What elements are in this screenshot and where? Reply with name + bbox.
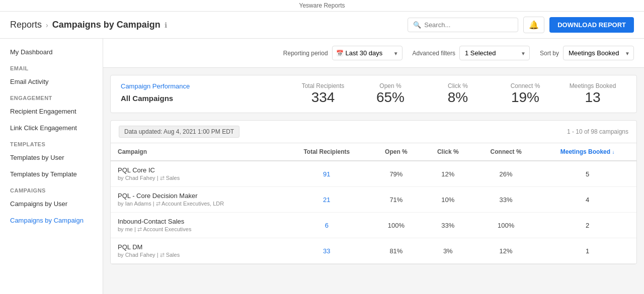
- campaign-meta-3: by Chad Fahey | ⇄ Sales: [118, 252, 276, 258]
- summary-col-meetings-val: 13: [559, 89, 626, 106]
- advanced-filters-group: Advanced filters 1 Selected ▼: [413, 46, 530, 60]
- summary-name: All Campaigns: [121, 94, 289, 103]
- pagination-info: 1 - 10 of 98 campaigns: [567, 128, 628, 135]
- campaign-meta-2: by me | ⇄ Account Executives: [118, 226, 276, 233]
- breadcrumb-chevron: ›: [46, 21, 48, 29]
- click-pct-0: 12%: [423, 161, 473, 187]
- campaign-name-0: PQL Core IC: [118, 166, 276, 174]
- header-right: 🔍 🔔 DOWNLOAD REPORT: [408, 17, 634, 33]
- click-pct-1: 10%: [423, 187, 473, 213]
- summary-col-connect-label: Connect %: [492, 82, 559, 89]
- sort-arrow: ↓: [612, 149, 614, 155]
- summary-col-click-val: 8%: [424, 89, 492, 106]
- campaign-meta-1: by Ian Adams | ⇄ Account Executives, LDR: [118, 201, 276, 207]
- sidebar: My Dashboard EMAILEmail ActivityENGAGEME…: [0, 39, 103, 294]
- open-pct-0: 79%: [370, 161, 422, 187]
- col-connect-pct: Connect %: [473, 143, 538, 161]
- sidebar-section-engagement: ENGAGEMENT: [0, 90, 103, 103]
- data-updated-badge: Data updated: Aug 4, 2021 1:00 PM EDT: [119, 126, 239, 138]
- table-row: Inbound-Contact Sales by me | ⇄ Account …: [111, 213, 636, 238]
- sidebar-item-templates-by-user[interactable]: Templates by User: [0, 149, 103, 166]
- meetings-booked-1: 4: [538, 187, 636, 213]
- campaign-cell-2: Inbound-Contact Sales by me | ⇄ Account …: [111, 213, 283, 238]
- data-table-section: Data updated: Aug 4, 2021 1:00 PM EDT 1 …: [110, 120, 637, 264]
- advanced-filters-select-wrapper[interactable]: 1 Selected ▼: [459, 46, 530, 60]
- sidebar-item-recipient-engagement[interactable]: Recipient Engagement: [0, 103, 103, 120]
- sidebar-item-link-click-engagement[interactable]: Link Click Engagement: [0, 120, 103, 136]
- click-pct-2: 33%: [423, 213, 473, 238]
- col-click-pct: Click %: [423, 143, 473, 161]
- meetings-booked-3: 1: [538, 238, 636, 264]
- meetings-booked-2: 2: [538, 213, 636, 238]
- summary-col-meetings-label: Meetings Booked: [559, 82, 626, 89]
- col-meetings-booked[interactable]: Meetings Booked ↓: [538, 143, 636, 161]
- connect-pct-0: 26%: [473, 161, 538, 187]
- breadcrumb-link[interactable]: Reports: [10, 20, 42, 30]
- sidebar-section-campaigns: CAMPAIGNS: [0, 182, 103, 195]
- search-icon: 🔍: [413, 21, 421, 29]
- sidebar-item-campaigns-by-user[interactable]: Campaigns by User: [0, 195, 103, 212]
- top-bar: Yesware Reports: [0, 0, 644, 12]
- campaign-name-2: Inbound-Contact Sales: [118, 218, 276, 225]
- click-pct-3: 3%: [423, 238, 473, 264]
- table-info-bar: Data updated: Aug 4, 2021 1:00 PM EDT 1 …: [111, 121, 636, 143]
- sidebar-section-templates: TEMPLATES: [0, 136, 103, 149]
- top-bar-title: Yesware Reports: [299, 2, 345, 9]
- sort-by-select[interactable]: Meetings Booked: [563, 46, 634, 60]
- header: Reports › Campaigns by Campaign ℹ 🔍 🔔 DO…: [0, 12, 644, 39]
- sidebar-section-email: EMAIL: [0, 60, 103, 73]
- meetings-booked-0: 5: [538, 161, 636, 187]
- advanced-filters-select[interactable]: 1 Selected: [459, 46, 530, 60]
- reporting-period-select[interactable]: Last 30 days: [332, 46, 403, 60]
- table-row: PQL DM by Chad Fahey | ⇄ Sales 33 81% 3%…: [111, 238, 636, 264]
- open-pct-1: 71%: [370, 187, 422, 213]
- sort-by-select-wrapper[interactable]: Meetings Booked ▼: [563, 46, 634, 60]
- campaign-meta-0: by Chad Fahey | ⇄ Sales: [118, 175, 276, 181]
- summary-card: Campaign Performance All Campaigns Total…: [110, 75, 637, 113]
- connect-pct-2: 100%: [473, 213, 538, 238]
- open-pct-2: 100%: [370, 213, 422, 238]
- header-left: Reports › Campaigns by Campaign ℹ: [10, 20, 167, 30]
- total-recipients-2: 6: [283, 213, 370, 238]
- table-row: PQL - Core Decision Maker by Ian Adams |…: [111, 187, 636, 213]
- search-box[interactable]: 🔍: [408, 18, 518, 32]
- sidebar-item-my-dashboard[interactable]: My Dashboard: [0, 44, 103, 60]
- download-report-button[interactable]: DOWNLOAD REPORT: [549, 17, 634, 33]
- search-input[interactable]: [424, 21, 513, 29]
- col-open-pct: Open %: [370, 143, 422, 161]
- summary-col-total-recipients-val: 334: [289, 89, 357, 106]
- filters-bar: Reporting period 📅 Last 30 days ▼ Advanc…: [103, 39, 644, 68]
- summary-col-open-val: 65%: [357, 89, 424, 106]
- summary-col-total-recipients-label: Total Recipients: [289, 82, 357, 89]
- summary-title: Campaign Performance: [121, 82, 289, 90]
- campaign-cell-3: PQL DM by Chad Fahey | ⇄ Sales: [111, 238, 283, 264]
- sidebar-item-campaigns-by-campaign[interactable]: Campaigns by Campaign: [0, 212, 103, 229]
- campaign-name-1: PQL - Core Decision Maker: [118, 192, 276, 200]
- sort-by-group: Sort by Meetings Booked ▼: [540, 46, 634, 60]
- advanced-filters-label: Advanced filters: [413, 50, 455, 57]
- total-recipients-0: 91: [283, 161, 370, 187]
- connect-pct-1: 33%: [473, 187, 538, 213]
- reporting-period-group: Reporting period 📅 Last 30 days ▼: [283, 46, 403, 60]
- table-row: PQL Core IC by Chad Fahey | ⇄ Sales 91 7…: [111, 161, 636, 187]
- bell-button[interactable]: 🔔: [523, 17, 544, 33]
- col-total-recipients: Total Recipients: [283, 143, 370, 161]
- total-recipients-3: 33: [283, 238, 370, 264]
- total-recipients-1: 21: [283, 187, 370, 213]
- sort-by-label: Sort by: [540, 50, 559, 57]
- summary-col-click-label: Click %: [424, 82, 492, 89]
- sidebar-item-email-activity[interactable]: Email Activity: [0, 73, 103, 90]
- page-title: Campaigns by Campaign: [52, 20, 160, 30]
- summary-col-connect-val: 19%: [492, 89, 559, 106]
- connect-pct-3: 12%: [473, 238, 538, 264]
- campaign-cell-0: PQL Core IC by Chad Fahey | ⇄ Sales: [111, 161, 283, 187]
- reporting-period-label: Reporting period: [283, 50, 328, 57]
- summary-col-open-label: Open %: [357, 82, 424, 89]
- info-icon[interactable]: ℹ: [165, 21, 167, 29]
- campaigns-table: Campaign Total Recipients Open % Click %…: [111, 143, 636, 264]
- campaign-cell-1: PQL - Core Decision Maker by Ian Adams |…: [111, 187, 283, 213]
- sidebar-item-templates-by-template[interactable]: Templates by Template: [0, 166, 103, 182]
- col-campaign: Campaign: [111, 143, 283, 161]
- reporting-period-select-wrapper[interactable]: 📅 Last 30 days ▼: [332, 46, 403, 60]
- open-pct-3: 81%: [370, 238, 422, 264]
